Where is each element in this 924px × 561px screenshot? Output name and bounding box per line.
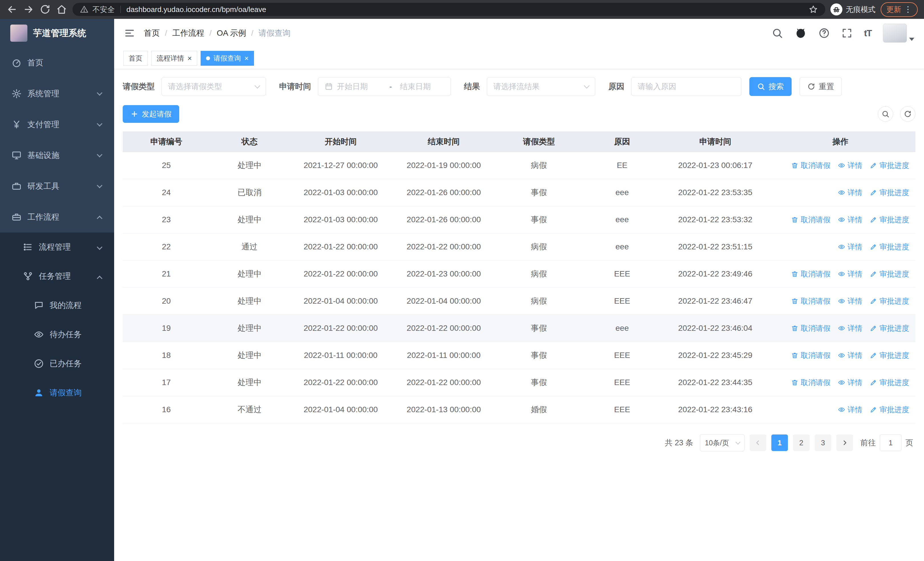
avatar[interactable]	[883, 24, 907, 42]
url-text[interactable]: dashboard.yudao.iocoder.cn/bpm/oa/leave	[126, 5, 805, 14]
sidebar-item-my-process[interactable]: 我的流程	[0, 291, 114, 320]
browser-home-icon[interactable]	[56, 4, 68, 15]
help-icon[interactable]	[818, 27, 830, 39]
create-leave-button[interactable]: 发起请假	[123, 105, 179, 123]
detail-link[interactable]: 详情	[838, 323, 862, 333]
close-icon[interactable]: ×	[244, 54, 249, 62]
result-select[interactable]: 请选择流结果	[487, 77, 595, 96]
reason-input[interactable]: 请输入原因	[631, 77, 741, 96]
detail-link[interactable]: 详情	[838, 242, 862, 252]
table-row[interactable]: 25处理中2021-12-27 00:00:002022-01-19 00:00…	[123, 152, 915, 179]
next-page-button[interactable]	[836, 435, 853, 451]
approval-progress-link[interactable]: 审批进度	[870, 242, 909, 252]
hamburger-icon[interactable]	[124, 27, 135, 39]
cell-id: 17	[123, 378, 210, 387]
detail-link[interactable]: 详情	[838, 378, 862, 388]
browser-reload-icon[interactable]	[39, 4, 51, 15]
sidebar-item-home[interactable]: 首页	[0, 47, 114, 78]
leave-type-select[interactable]: 请选择请假类型	[162, 77, 266, 96]
approval-progress-link[interactable]: 审批进度	[870, 296, 909, 306]
cell-start-time: 2022-01-03 00:00:00	[289, 188, 392, 197]
browser-update-button[interactable]: 更新 ⋮	[880, 2, 918, 17]
refresh-table-button[interactable]	[900, 106, 915, 122]
table-row[interactable]: 22通过2022-01-22 00:00:002022-01-22 00:00:…	[123, 233, 915, 260]
detail-link-label: 详情	[848, 242, 862, 252]
cancel-leave-link[interactable]: 取消请假	[791, 378, 830, 388]
goto-page-input[interactable]: 1	[880, 435, 902, 451]
cell-apply-time: 2022-01-22 23:51:15	[662, 242, 769, 251]
approval-progress-link[interactable]: 审批进度	[870, 215, 909, 225]
detail-link[interactable]: 详情	[838, 161, 862, 170]
breadcrumb-item[interactable]: OA 示例	[217, 28, 246, 39]
font-size-icon[interactable]: tT	[864, 28, 872, 39]
search-icon[interactable]	[772, 27, 783, 39]
detail-link[interactable]: 详情	[838, 350, 862, 361]
security-label[interactable]: 不安全	[93, 5, 115, 15]
sidebar-item-todo-tasks[interactable]: 待办任务	[0, 320, 114, 349]
sidebar-item-infrastructure[interactable]: 基础设施	[0, 140, 114, 171]
approval-progress-link[interactable]: 审批进度	[870, 350, 909, 361]
approval-progress-link[interactable]: 审批进度	[870, 188, 909, 198]
sidebar-item-dev-tools[interactable]: 研发工具	[0, 171, 114, 202]
table-row[interactable]: 19处理中2022-01-22 00:00:002022-01-22 00:00…	[123, 315, 915, 342]
close-icon[interactable]: ×	[188, 54, 192, 62]
sidebar-item-done-tasks[interactable]: 已办任务	[0, 349, 114, 378]
approval-progress-link[interactable]: 审批进度	[870, 323, 909, 333]
sidebar-item-process-mgmt[interactable]: 流程管理	[0, 233, 114, 262]
detail-link[interactable]: 详情	[838, 405, 862, 415]
breadcrumb-item[interactable]: 工作流程	[172, 28, 204, 39]
cell-id: 23	[123, 215, 210, 224]
approval-progress-link[interactable]: 审批进度	[870, 161, 909, 170]
address-bar[interactable]: 不安全 dashboard.yudao.iocoder.cn/bpm/oa/le…	[72, 3, 825, 16]
browser-forward-icon[interactable]	[23, 4, 34, 15]
apply-time-range-picker[interactable]: 开始日期 - 结束日期	[318, 77, 451, 96]
cancel-leave-link[interactable]: 取消请假	[791, 350, 830, 361]
reset-button[interactable]: 重置	[800, 77, 842, 96]
prev-page-button[interactable]	[750, 435, 766, 451]
sidebar-item-payment-mgmt[interactable]: 支付管理	[0, 109, 114, 140]
table-row[interactable]: 20处理中2022-01-04 00:00:002022-01-04 00:00…	[123, 288, 915, 315]
table-row[interactable]: 23处理中2022-01-03 00:00:002022-01-26 00:00…	[123, 206, 915, 233]
sidebar-item-workflow[interactable]: 工作流程	[0, 202, 114, 233]
toggle-search-button[interactable]	[878, 106, 893, 122]
sidebar-item-label: 任务管理	[39, 271, 71, 282]
breadcrumb-item[interactable]: 首页	[144, 28, 160, 39]
table-row[interactable]: 16不通过2022-01-04 00:00:002022-01-13 00:00…	[123, 396, 915, 423]
cell-apply-time: 2022-01-22 23:44:35	[662, 378, 769, 387]
user-menu[interactable]	[883, 24, 914, 42]
page-button-3[interactable]: 3	[815, 435, 831, 451]
tab-流程详情[interactable]: 流程详情×	[151, 51, 197, 66]
browser-menu-icon[interactable]: ⋮	[904, 5, 912, 14]
sidebar-item-task-mgmt[interactable]: 任务管理	[0, 262, 114, 291]
cell-actions: 取消请假详情审批进度	[769, 161, 915, 170]
detail-link[interactable]: 详情	[838, 269, 862, 279]
github-icon[interactable]	[795, 27, 807, 39]
fullscreen-icon[interactable]	[841, 27, 853, 39]
approval-progress-link[interactable]: 审批进度	[870, 269, 909, 279]
page-button-1[interactable]: 1	[771, 435, 788, 451]
detail-link[interactable]: 详情	[838, 215, 862, 225]
page-button-2[interactable]: 2	[793, 435, 810, 451]
sidebar-item-leave-query[interactable]: 请假查询	[0, 378, 114, 407]
table-row[interactable]: 24已取消2022-01-03 00:00:002022-01-26 00:00…	[123, 179, 915, 206]
table-row[interactable]: 21处理中2022-01-22 00:00:002022-01-23 00:00…	[123, 260, 915, 288]
bookmark-star-icon[interactable]	[809, 5, 818, 14]
approval-progress-link[interactable]: 审批进度	[870, 405, 909, 415]
detail-link[interactable]: 详情	[838, 296, 862, 306]
cancel-leave-link[interactable]: 取消请假	[791, 215, 830, 225]
cancel-leave-link[interactable]: 取消请假	[791, 296, 830, 306]
cell-reason: eee	[582, 242, 662, 251]
detail-link[interactable]: 详情	[838, 188, 862, 198]
table-row[interactable]: 18处理中2022-01-11 00:00:002022-01-11 00:00…	[123, 342, 915, 369]
cancel-leave-link[interactable]: 取消请假	[791, 269, 830, 279]
table-row[interactable]: 17处理中2022-01-22 00:00:002022-01-22 00:00…	[123, 369, 915, 396]
page-size-select[interactable]: 10条/页	[700, 434, 744, 451]
approval-progress-link[interactable]: 审批进度	[870, 378, 909, 388]
cancel-leave-link[interactable]: 取消请假	[791, 161, 830, 170]
search-button[interactable]: 搜索	[749, 77, 792, 96]
cancel-leave-link[interactable]: 取消请假	[791, 323, 830, 333]
tab-首页[interactable]: 首页	[123, 51, 148, 66]
tab-请假查询[interactable]: 请假查询×	[201, 51, 254, 66]
sidebar-item-system-mgmt[interactable]: 系统管理	[0, 78, 114, 109]
browser-back-icon[interactable]	[6, 4, 18, 15]
